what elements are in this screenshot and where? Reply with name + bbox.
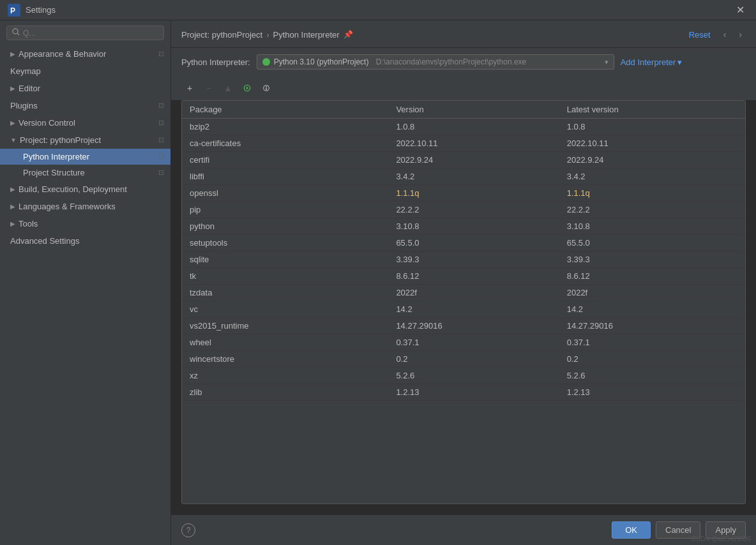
table-row[interactable]: sqlite3.39.33.39.3 [182,251,745,268]
package-latest-version: 2022.9.24 [559,152,745,168]
col-version[interactable]: Version [388,101,559,119]
package-version: 2022.9.24 [388,152,559,168]
search-input[interactable] [23,29,158,38]
package-name: certifi [182,152,388,168]
package-latest-version: 3.39.3 [559,251,745,268]
add-package-button[interactable]: + [181,80,198,96]
sidebar-item-label: Appearance & Behavior [19,49,106,59]
content-header: Project: pythonProject › Python Interpre… [171,20,756,48]
sidebar-item-editor[interactable]: ▶ Editor [0,80,170,97]
table-row[interactable]: pip22.2.222.2.2 [182,202,745,218]
main-layout: ▶ Appearance & Behavior ⊡ Keymap ▶ Edito… [0,20,756,545]
sidebar: ▶ Appearance & Behavior ⊡ Keymap ▶ Edito… [0,20,171,545]
sidebar-item-python-interpreter[interactable]: Python Interpreter ⊡ [0,149,170,165]
table-row[interactable]: ca-certificates2022.10.112022.10.11 [182,135,745,152]
sidebar-subitem-icon: ⊡ [158,153,164,161]
sidebar-item-label: Plugins [10,101,38,110]
package-name: wheel [182,334,388,351]
package-latest-version: 22.2.2 [559,202,745,218]
remove-package-button[interactable]: − [200,80,217,96]
sidebar-item-project-structure[interactable]: Project Structure ⊡ [0,165,170,181]
package-name: sqlite [182,251,388,268]
sidebar-item-appearance[interactable]: ▶ Appearance & Behavior ⊡ [0,45,170,63]
package-name: tk [182,268,388,285]
expand-arrow-icon: ▶ [10,119,15,126]
package-version: 1.1.1q [388,185,559,202]
sidebar-item-keymap[interactable]: Keymap [0,63,170,80]
nav-forward-button[interactable]: › [735,28,746,41]
sidebar-item-label: Editor [19,84,40,93]
sidebar-item-version-control[interactable]: ▶ Version Control ⊡ [0,114,170,131]
sidebar-item-advanced[interactable]: Advanced Settings [0,232,170,250]
table-row[interactable]: tk8.6.128.6.12 [182,268,745,285]
package-latest-version: 5.2.6 [559,368,745,384]
table-row[interactable]: tzdata2022f2022f [182,285,745,301]
sidebar-item-label: Tools [19,219,38,228]
expand-arrow-icon: ▶ [10,85,15,92]
sidebar-item-icon: ⊡ [158,136,164,144]
sidebar-item-tools[interactable]: ▶ Tools [0,215,170,232]
reset-button[interactable]: Reset [685,29,714,41]
package-latest-version: 1.2.13 [559,384,745,401]
package-name: wincertstore [182,351,388,368]
title-bar: P Settings ✕ [0,0,756,20]
interpreter-label: Python Interpreter: [181,57,250,67]
sidebar-search-box[interactable] [6,26,164,40]
table-row[interactable]: openssl1.1.1q1.1.1q [182,185,745,202]
interpreter-select[interactable]: Python 3.10 (pythonProject) D:\anaconda\… [257,54,614,70]
table-row[interactable]: python3.10.83.10.8 [182,218,745,235]
up-button[interactable]: ▲ [220,80,236,96]
refresh-button[interactable] [239,80,255,96]
expand-arrow-icon: ▶ [10,203,15,210]
add-interpreter-button[interactable]: Add Interpreter ▾ [621,57,683,67]
package-version: 3.39.3 [388,251,559,268]
close-button[interactable]: ✕ [732,3,748,17]
package-toolbar: + − ▲ [171,76,756,100]
table-row[interactable]: zlib1.2.131.2.13 [182,384,745,401]
package-name: bzip2 [182,119,388,135]
package-version: 65.5.0 [388,235,559,251]
svg-text:P: P [10,6,15,15]
package-version: 5.2.6 [388,368,559,384]
sidebar-item-label: Build, Execution, Deployment [19,184,127,194]
sidebar-item-build[interactable]: ▶ Build, Execution, Deployment [0,181,170,198]
package-latest-version: 14.27.29016 [559,318,745,334]
sidebar-item-languages[interactable]: ▶ Languages & Frameworks [0,198,170,215]
col-package[interactable]: Package [182,101,388,119]
table-row[interactable]: libffi3.4.23.4.2 [182,168,745,185]
ok-button[interactable]: OK [612,521,651,539]
package-name: tzdata [182,285,388,301]
package-version: 1.0.8 [388,119,559,135]
sidebar-item-project[interactable]: ▼ Project: pythonProject ⊡ [0,131,170,149]
table-row[interactable]: bzip21.0.81.0.8 [182,119,745,135]
breadcrumb-project: Project: pythonProject [181,30,262,40]
package-name: openssl [182,185,388,202]
package-version: 2022.10.11 [388,135,559,152]
interpreter-dropdown-icon: ▾ [605,58,609,66]
help-button[interactable]: ? [181,523,195,537]
table-header-row: Package Version Latest version [182,101,745,119]
sidebar-subitem-label: Project Structure [23,168,85,177]
svg-point-7 [266,86,267,87]
table-row[interactable]: vc14.214.2 [182,301,745,318]
table-row[interactable]: certifi2022.9.242022.9.24 [182,152,745,168]
package-name: vs2015_runtime [182,318,388,334]
package-version: 2022f [388,285,559,301]
breadcrumb: Project: pythonProject › Python Interpre… [181,30,353,40]
table-row[interactable]: wincertstore0.20.2 [182,351,745,368]
col-latest[interactable]: Latest version [559,101,745,119]
table-row[interactable]: xz5.2.65.2.6 [182,368,745,384]
interpreter-name: Python 3.10 (pythonProject) D:\anaconda\… [274,57,600,66]
nav-back-button[interactable]: ‹ [720,28,730,41]
table-row[interactable]: setuptools65.5.065.5.0 [182,235,745,251]
sidebar-item-plugins[interactable]: Plugins ⊡ [0,97,170,114]
packages-table-container: Package Version Latest version bzip21.0.… [181,100,746,504]
breadcrumb-arrow: › [266,30,269,40]
table-row[interactable]: wheel0.37.10.37.1 [182,334,745,351]
svg-line-3 [17,33,19,35]
show-paths-button[interactable] [258,80,275,96]
expand-arrow-icon: ▶ [10,186,15,193]
breadcrumb-current: Python Interpreter [273,30,340,40]
sidebar-item-icon: ⊡ [158,101,164,110]
table-row[interactable]: vs2015_runtime14.27.2901614.27.29016 [182,318,745,334]
